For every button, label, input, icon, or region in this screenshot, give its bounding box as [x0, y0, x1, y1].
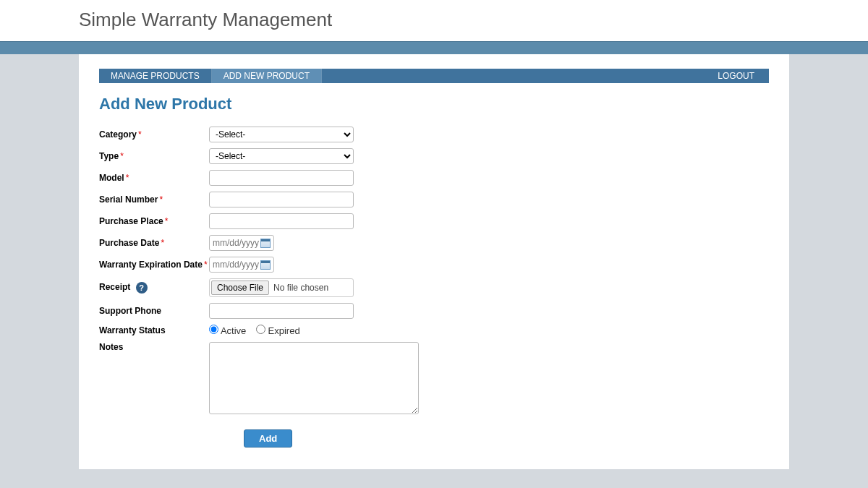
label-support-phone: Support Phone — [99, 306, 209, 316]
radio-active-wrapper[interactable]: Active — [209, 325, 249, 336]
label-support-phone-text: Support Phone — [99, 306, 161, 316]
required-marker: * — [204, 260, 208, 270]
help-icon[interactable]: ? — [136, 282, 148, 294]
control-warranty-exp: mm/dd/yyyy — [209, 257, 274, 273]
required-marker: * — [138, 129, 142, 140]
label-serial: Serial Number* — [99, 194, 209, 205]
radio-expired-label: Expired — [268, 325, 300, 336]
label-warranty-status: Warranty Status — [99, 325, 209, 335]
label-category: Category* — [99, 129, 209, 140]
category-select[interactable]: -Select- — [209, 127, 354, 142]
row-support-phone: Support Phone — [99, 303, 769, 319]
required-marker: * — [165, 216, 169, 226]
nav-bar: MANAGE PRODUCTS ADD NEW PRODUCT LOGOUT — [99, 69, 769, 83]
label-purchase-date: Purchase Date* — [99, 238, 209, 248]
control-notes — [209, 342, 419, 416]
row-type: Type* -Select- — [99, 148, 769, 164]
row-receipt: Receipt ? Choose File No file chosen — [99, 278, 769, 297]
label-type: Type* — [99, 151, 209, 161]
row-purchase-date: Purchase Date* mm/dd/yyyy — [99, 235, 769, 251]
notes-textarea[interactable] — [209, 342, 419, 414]
radio-active[interactable] — [209, 325, 218, 334]
file-chosen-text: No file chosen — [273, 283, 328, 293]
label-warranty-exp-text: Warranty Expiration Date — [99, 260, 203, 270]
row-warranty-exp: Warranty Expiration Date* mm/dd/yyyy — [99, 257, 769, 273]
page-title: Add New Product — [99, 95, 769, 114]
row-purchase-place: Purchase Place* — [99, 213, 769, 229]
warranty-exp-placeholder: mm/dd/yyyy — [213, 260, 260, 270]
label-model: Model* — [99, 173, 209, 183]
serial-input[interactable] — [209, 192, 354, 207]
required-marker: * — [159, 194, 163, 205]
control-model — [209, 170, 354, 186]
top-header: Simple Warranty Management — [0, 0, 868, 41]
control-purchase-date: mm/dd/yyyy — [209, 235, 274, 251]
row-notes: Notes — [99, 342, 769, 416]
calendar-icon[interactable] — [260, 239, 271, 248]
warranty-exp-input[interactable]: mm/dd/yyyy — [209, 257, 274, 273]
logout-link[interactable]: LOGOUT — [703, 69, 769, 83]
control-support-phone — [209, 303, 354, 319]
control-receipt: Choose File No file chosen — [209, 278, 354, 297]
row-serial: Serial Number* — [99, 192, 769, 207]
tab-add-new-product[interactable]: ADD NEW PRODUCT — [212, 69, 322, 83]
add-button[interactable]: Add — [244, 429, 292, 448]
row-warranty-status: Warranty Status Active Expired — [99, 325, 769, 336]
required-marker: * — [126, 173, 129, 183]
tab-manage-products[interactable]: MANAGE PRODUCTS — [99, 69, 212, 83]
control-category: -Select- — [209, 127, 354, 142]
radio-expired-wrapper[interactable]: Expired — [256, 325, 300, 336]
label-warranty-status-text: Warranty Status — [99, 325, 166, 335]
label-receipt: Receipt ? — [99, 282, 209, 294]
label-purchase-place: Purchase Place* — [99, 216, 209, 226]
app-title: Simple Warranty Management — [79, 9, 789, 31]
control-type: -Select- — [209, 148, 354, 164]
control-serial — [209, 192, 354, 207]
radio-expired[interactable] — [256, 325, 265, 334]
label-notes: Notes — [99, 342, 209, 352]
label-category-text: Category — [99, 129, 137, 140]
required-marker: * — [161, 238, 164, 248]
control-purchase-place — [209, 213, 354, 229]
label-notes-text: Notes — [99, 342, 123, 352]
model-input[interactable] — [209, 170, 354, 186]
purchase-place-input[interactable] — [209, 213, 354, 229]
receipt-file-input[interactable]: Choose File No file chosen — [209, 278, 354, 297]
type-select[interactable]: -Select- — [209, 148, 354, 164]
label-receipt-text: Receipt — [99, 282, 130, 292]
label-serial-text: Serial Number — [99, 194, 158, 205]
purchase-date-placeholder: mm/dd/yyyy — [213, 238, 260, 248]
row-category: Category* -Select- — [99, 127, 769, 142]
label-type-text: Type — [99, 151, 119, 161]
radio-active-label: Active — [221, 325, 246, 336]
support-phone-input[interactable] — [209, 303, 354, 319]
row-model: Model* — [99, 170, 769, 186]
control-warranty-status: Active Expired — [209, 325, 307, 336]
purchase-date-input[interactable]: mm/dd/yyyy — [209, 235, 274, 251]
main-container: MANAGE PRODUCTS ADD NEW PRODUCT LOGOUT A… — [79, 54, 789, 469]
required-marker: * — [120, 151, 124, 161]
label-purchase-place-text: Purchase Place — [99, 216, 163, 226]
submit-row: Add — [244, 429, 769, 448]
calendar-icon[interactable] — [260, 260, 271, 270]
choose-file-button[interactable]: Choose File — [211, 281, 269, 295]
label-purchase-date-text: Purchase Date — [99, 238, 159, 248]
label-warranty-exp: Warranty Expiration Date* — [99, 260, 209, 270]
label-model-text: Model — [99, 173, 124, 183]
accent-bar — [0, 41, 868, 54]
